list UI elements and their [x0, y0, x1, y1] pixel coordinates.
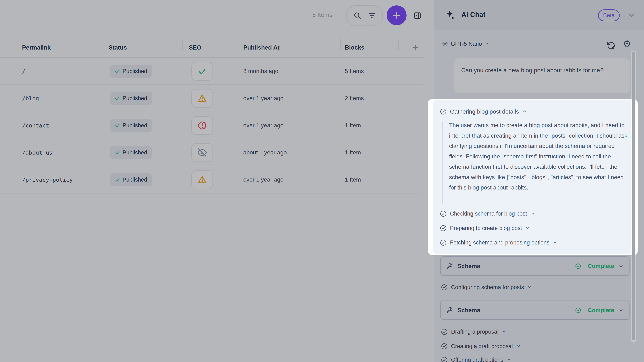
check-circle-icon	[440, 239, 447, 246]
chevron-down-icon	[525, 226, 530, 231]
reasoning-body: The user wants me to create a blog post …	[449, 120, 630, 193]
step-label: Gathering blog post details	[450, 108, 519, 115]
reasoning-indent-guide	[442, 121, 443, 204]
step-label: Fetching schema and proposing options	[450, 239, 550, 246]
step-label: Checking schema for blog post	[450, 210, 527, 217]
chevron-up-icon	[522, 109, 527, 114]
reasoning-step[interactable]: Checking schema for blog post	[440, 210, 536, 217]
chat-scrollbar-thumb[interactable]	[632, 52, 635, 340]
reasoning-step[interactable]: Fetching schema and proposing options	[440, 239, 558, 246]
check-circle-icon	[440, 225, 447, 232]
spotlighted-reasoning: Gathering blog post details The user wan…	[428, 99, 638, 255]
check-circle-icon	[440, 108, 447, 115]
check-circle-icon	[440, 210, 447, 217]
chevron-down-icon	[553, 240, 558, 245]
chevron-down-icon	[530, 211, 536, 216]
reasoning-step-expanded[interactable]: Gathering blog post details	[440, 108, 527, 115]
step-label: Preparing to create blog post	[450, 225, 522, 231]
reasoning-step[interactable]: Preparing to create blog post	[440, 225, 530, 232]
